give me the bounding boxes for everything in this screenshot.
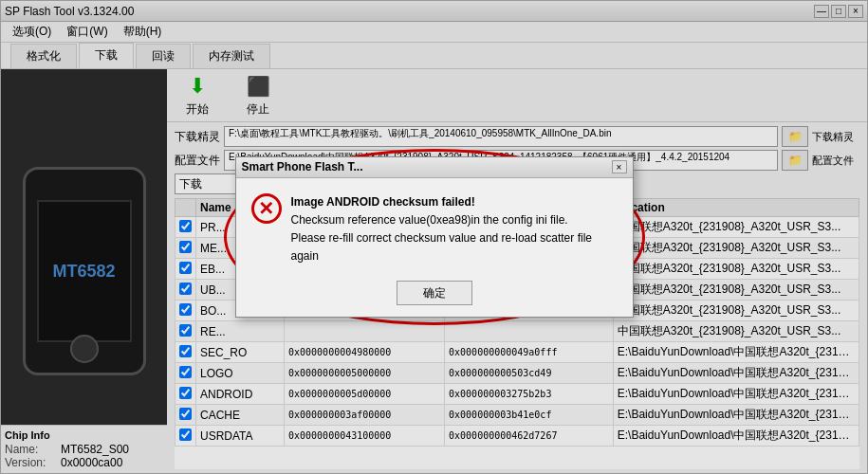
ok-button[interactable]: 确定 [397, 281, 472, 305]
error-dialog: Smart Phone Flash T... × ✕ Image ANDROID… [235, 156, 634, 319]
dialog-wrapper: Smart Phone Flash T... × ✕ Image ANDROID… [235, 156, 634, 319]
dialog-content: ✕ Image ANDROID checksum failed! Checksu… [251, 193, 618, 266]
dialog-title: Smart Phone Flash T... [242, 160, 363, 173]
dialog-msg-line1: Image ANDROID checksum failed! [291, 193, 618, 211]
dialog-body: ✕ Image ANDROID checksum failed! Checksu… [236, 178, 633, 278]
dialog-message: Image ANDROID checksum failed! Checksum … [291, 193, 618, 266]
modal-overlay: Smart Phone Flash T... × ✕ Image ANDROID… [1, 1, 867, 473]
dialog-title-bar: Smart Phone Flash T... × [236, 157, 633, 178]
dialog-msg-line2: Checksum reference value(0xea98)in the c… [291, 211, 618, 229]
dialog-footer: 确定 [236, 277, 633, 317]
dialog-msg-line3: Please re-fill correct checksum value an… [291, 229, 618, 265]
main-window: SP Flash Tool v3.1324.00 — □ × 选项(O) 窗口(… [0, 0, 868, 474]
error-icon: ✕ [251, 193, 282, 224]
dialog-close-button[interactable]: × [612, 160, 627, 173]
